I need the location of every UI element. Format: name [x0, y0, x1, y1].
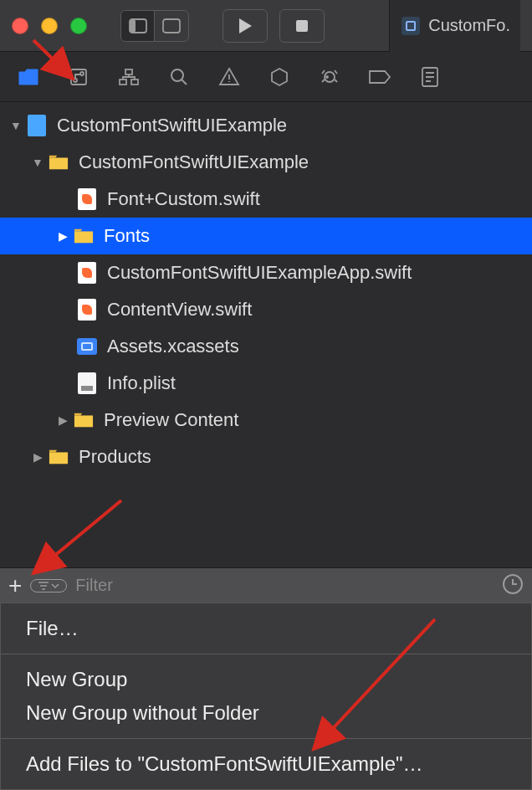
- active-tab[interactable]: CustomFo.: [389, 0, 520, 52]
- swiftui-preview-icon: [402, 17, 420, 35]
- minimize-window-button[interactable]: [41, 18, 58, 34]
- project-navigator-tree: ▼ CustomFontSwiftUIExample ▼ CustomFontS…: [0, 102, 532, 480]
- add-button[interactable]: +: [8, 572, 22, 599]
- xcode-project-icon: [27, 114, 47, 137]
- layout-segmented-control: [120, 10, 189, 42]
- clock-icon: [502, 573, 524, 595]
- symbol-navigator-tab[interactable]: [113, 61, 145, 93]
- svg-rect-4: [71, 69, 86, 85]
- file-name: Assets.xcassets: [107, 336, 239, 357]
- filter-scope-button[interactable]: [30, 579, 67, 592]
- svg-point-10: [171, 69, 183, 81]
- run-button[interactable]: [223, 9, 268, 43]
- file-name: ContentView.swift: [107, 299, 252, 321]
- svg-point-6: [80, 72, 84, 75]
- svg-point-12: [326, 76, 328, 78]
- swift-file-icon: [77, 261, 97, 285]
- folder-icon: [74, 224, 94, 248]
- window-controls: [12, 18, 87, 34]
- debug-navigator-tab[interactable]: [314, 61, 345, 93]
- group-row[interactable]: ▶ Preview Content: [0, 402, 532, 439]
- svg-rect-2: [163, 19, 180, 33]
- swift-file-icon: [77, 187, 97, 211]
- menu-item-label: File…: [26, 617, 79, 639]
- project-name: CustomFontSwiftUIExample: [57, 115, 287, 136]
- toggle-navigator-button[interactable]: [121, 11, 155, 41]
- group-row[interactable]: ▼ CustomFontSwiftUIExample: [0, 144, 532, 181]
- folder-row-selected[interactable]: ▶ Fonts: [0, 218, 532, 254]
- close-window-button[interactable]: [12, 18, 28, 34]
- file-row[interactable]: Font+Custom.swift: [0, 181, 532, 218]
- folder-icon: [49, 445, 69, 469]
- svg-point-5: [74, 79, 77, 82]
- filter-input[interactable]: [75, 576, 494, 595]
- tab-label: CustomFo.: [428, 16, 510, 35]
- menu-item-label: Add Files to "CustomFontSwiftUIExample"…: [26, 752, 423, 775]
- test-navigator-tab[interactable]: [263, 61, 295, 93]
- file-row[interactable]: ContentView.swift: [0, 291, 532, 328]
- menu-item-add-files[interactable]: Add Files to "CustomFontSwiftUIExample"…: [1, 747, 531, 781]
- issue-navigator-tab[interactable]: [213, 61, 245, 93]
- disclosure-triangle-icon[interactable]: ▼: [30, 156, 45, 169]
- project-root[interactable]: ▼ CustomFontSwiftUIExample: [0, 107, 532, 144]
- menu-item-new-group-without-folder[interactable]: New Group without Folder: [1, 696, 531, 730]
- folder-icon: [49, 151, 69, 174]
- svg-rect-1: [130, 19, 136, 33]
- disclosure-triangle-icon[interactable]: ▶: [55, 413, 70, 427]
- group-name: Preview Content: [104, 409, 238, 431]
- titlebar: CustomFo.: [0, 0, 532, 52]
- context-menu: File… New Group New Group without Folder…: [0, 603, 532, 790]
- file-row[interactable]: Assets.xcassets: [0, 328, 532, 365]
- disclosure-triangle-icon[interactable]: ▼: [8, 119, 23, 132]
- toggle-editor-layout-button[interactable]: [155, 11, 188, 41]
- disclosure-triangle-icon[interactable]: ▶: [30, 450, 45, 464]
- source-control-navigator-tab[interactable]: [63, 61, 95, 93]
- file-row[interactable]: Info.plist: [0, 365, 532, 402]
- find-navigator-tab[interactable]: [163, 61, 195, 93]
- menu-item-file[interactable]: File…: [1, 612, 531, 645]
- file-name: Info.plist: [107, 372, 176, 394]
- folder-name: Fonts: [104, 225, 150, 247]
- filter-bar: +: [0, 567, 532, 603]
- zoom-window-button[interactable]: [70, 18, 87, 34]
- folder-icon: [74, 408, 94, 432]
- assets-icon: [77, 335, 97, 358]
- file-name: CustomFontSwiftUIExampleApp.swift: [107, 262, 412, 284]
- menu-item-new-group[interactable]: New Group: [1, 663, 531, 696]
- stop-button[interactable]: [279, 9, 325, 43]
- file-name: Font+Custom.swift: [107, 188, 260, 210]
- menu-item-label: New Group: [26, 668, 127, 690]
- filter-lines-icon: [38, 582, 49, 590]
- file-row[interactable]: CustomFontSwiftUIExampleApp.swift: [0, 254, 532, 291]
- project-navigator-tab[interactable]: [13, 61, 44, 93]
- group-name: CustomFontSwiftUIExample: [79, 151, 309, 173]
- navigator-selector: [0, 52, 532, 102]
- group-row[interactable]: ▶ Products: [0, 439, 532, 475]
- svg-rect-8: [120, 80, 126, 85]
- svg-rect-7: [125, 69, 132, 74]
- svg-rect-3: [296, 20, 308, 32]
- disclosure-triangle-icon[interactable]: ▶: [55, 229, 70, 243]
- chevron-down-icon: [51, 582, 59, 589]
- recent-filter-button[interactable]: [502, 573, 524, 598]
- svg-line-16: [33, 500, 121, 573]
- swift-file-icon: [77, 298, 97, 321]
- report-navigator-tab[interactable]: [414, 61, 446, 93]
- group-name: Products: [79, 446, 151, 468]
- menu-item-label: New Group without Folder: [26, 701, 259, 724]
- plist-file-icon: [77, 372, 97, 395]
- breakpoint-navigator-tab[interactable]: [364, 61, 396, 93]
- svg-rect-9: [131, 80, 138, 85]
